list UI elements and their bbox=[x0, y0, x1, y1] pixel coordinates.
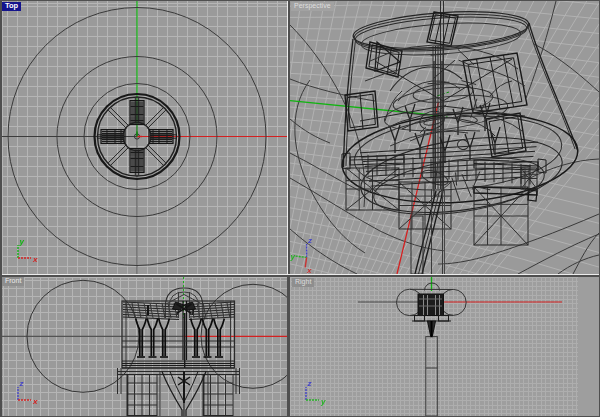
svg-text:z: z bbox=[19, 379, 24, 388]
svg-text:z: z bbox=[307, 236, 312, 245]
svg-text:y: y bbox=[320, 397, 326, 406]
svg-text:x: x bbox=[32, 397, 38, 406]
svg-text:x: x bbox=[306, 266, 312, 274]
svg-text:y: y bbox=[19, 237, 25, 246]
svg-text:x: x bbox=[32, 255, 38, 264]
svg-text:y: y bbox=[290, 252, 296, 261]
svg-text:z: z bbox=[307, 379, 312, 388]
